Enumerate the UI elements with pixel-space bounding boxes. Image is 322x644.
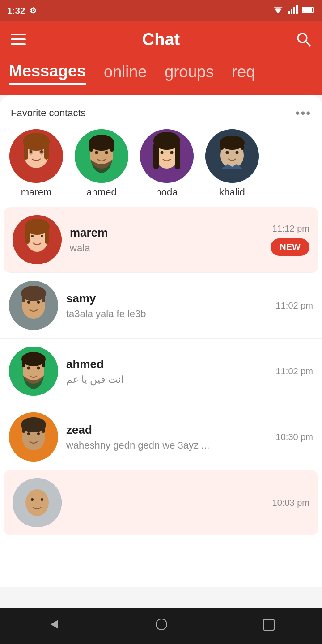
- nav-recents-button[interactable]: [249, 614, 288, 639]
- svg-rect-11: [11, 43, 26, 45]
- svg-rect-35: [153, 143, 159, 169]
- fav-more-button[interactable]: •••: [296, 106, 311, 120]
- msg-preview-samy: ta3ala yala fe le3b: [66, 308, 268, 320]
- nav-bar: [0, 608, 322, 644]
- main-content: Favorite contacts •••: [0, 95, 322, 587]
- tab-messages[interactable]: Messages: [9, 62, 86, 85]
- svg-rect-29: [110, 143, 114, 152]
- svg-point-74: [31, 498, 34, 501]
- msg-name-marem: marem: [70, 226, 263, 240]
- svg-rect-50: [45, 228, 49, 244]
- msg-avatar-zead: [9, 412, 58, 462]
- fav-contact-marem[interactable]: marem: [7, 129, 65, 198]
- msg-meta-unknown: 10:03 pm: [272, 498, 309, 508]
- battery-icon: [302, 6, 315, 16]
- message-item-samy[interactable]: samy ta3ala yala fe le3b 11:02 pm: [0, 273, 322, 339]
- svg-rect-78: [263, 619, 274, 630]
- app-bar: Chat: [0, 21, 322, 57]
- svg-rect-9: [11, 34, 26, 35]
- menu-button[interactable]: [7, 30, 30, 49]
- nav-home-button[interactable]: [141, 613, 182, 639]
- svg-point-53: [27, 301, 30, 304]
- msg-time-marem: 11:12 pm: [272, 224, 309, 234]
- msg-preview-ahmed: انت فين يا عم: [66, 374, 268, 386]
- tab-bar: Messages online groups req: [0, 57, 322, 95]
- message-item-unknown[interactable]: 10:03 pm: [4, 470, 318, 535]
- svg-rect-70: [22, 425, 25, 433]
- fav-contact-khalid[interactable]: khalid: [203, 129, 261, 198]
- svg-line-13: [306, 42, 310, 46]
- svg-rect-2: [288, 11, 290, 14]
- fav-name-khalid: khalid: [219, 186, 245, 198]
- tab-online[interactable]: online: [104, 63, 147, 84]
- msg-time-samy: 11:02 pm: [276, 301, 313, 311]
- msg-meta-zead: 10:30 pm: [276, 432, 313, 442]
- svg-rect-28: [89, 143, 93, 152]
- svg-point-40: [236, 151, 239, 154]
- status-bar: 1:32 ⚙: [0, 0, 322, 21]
- fav-avatar-hoda: [140, 129, 194, 183]
- msg-name-zead: zead: [66, 423, 268, 437]
- svg-point-60: [27, 367, 30, 370]
- svg-point-75: [41, 498, 43, 501]
- message-item-marem[interactable]: marem wala 11:12 pm NEW: [4, 207, 318, 273]
- fav-contact-ahmed[interactable]: ahmed: [72, 129, 131, 198]
- msg-badge-marem: NEW: [271, 238, 309, 256]
- time-display: 1:32: [7, 6, 25, 16]
- svg-rect-49: [25, 228, 30, 244]
- tab-requests[interactable]: req: [232, 63, 255, 84]
- msg-content-ahmed: ahmed انت فين يا عم: [66, 357, 268, 386]
- fav-name-hoda: hoda: [156, 186, 178, 198]
- msg-meta-ahmed: 11:02 pm: [276, 366, 313, 377]
- msg-preview-marem: wala: [70, 242, 263, 254]
- app-bar-icons: [292, 28, 315, 51]
- svg-rect-71: [42, 425, 45, 433]
- msg-avatar-unknown: [13, 478, 62, 527]
- msg-time-ahmed: 11:02 pm: [276, 366, 313, 377]
- svg-rect-42: [220, 143, 224, 150]
- svg-point-47: [41, 235, 43, 237]
- message-item-ahmed[interactable]: ahmed انت فين يا عم 11:02 pm: [0, 339, 322, 404]
- search-button[interactable]: [292, 28, 315, 51]
- svg-point-39: [226, 151, 229, 154]
- svg-point-67: [27, 432, 30, 435]
- svg-rect-10: [11, 38, 26, 40]
- fav-title: Favorite contacts: [11, 107, 86, 119]
- msg-time-zead: 10:30 pm: [276, 432, 313, 442]
- svg-rect-7: [313, 8, 314, 11]
- message-item-zead[interactable]: zead waheshny gedn gedn we 3ayz ... 10:3…: [0, 404, 322, 470]
- svg-rect-56: [22, 293, 25, 302]
- svg-point-73: [25, 489, 49, 516]
- fav-contact-hoda[interactable]: hoda: [138, 129, 196, 198]
- svg-rect-22: [44, 142, 49, 160]
- svg-point-46: [31, 235, 34, 237]
- message-list: marem wala 11:12 pm NEW: [0, 207, 322, 535]
- svg-point-32: [161, 151, 164, 154]
- nav-back-button[interactable]: [34, 613, 74, 639]
- msg-content-marem: marem wala: [70, 226, 263, 254]
- svg-rect-64: [42, 359, 45, 367]
- msg-time-unknown: 10:03 pm: [272, 498, 309, 508]
- fav-contacts-list: marem ahmed: [0, 126, 322, 207]
- svg-point-18: [30, 150, 32, 153]
- svg-point-12: [298, 34, 307, 42]
- tab-groups[interactable]: groups: [165, 63, 214, 84]
- svg-marker-1: [273, 7, 283, 11]
- svg-point-68: [37, 432, 40, 435]
- msg-content-unknown: [70, 501, 264, 504]
- svg-rect-57: [42, 293, 45, 302]
- settings-icon: ⚙: [30, 6, 37, 16]
- msg-content-samy: samy ta3ala yala fe le3b: [66, 292, 268, 320]
- svg-rect-5: [296, 5, 298, 14]
- wifi-icon: [272, 5, 284, 17]
- msg-name-ahmed: ahmed: [66, 357, 268, 371]
- svg-rect-3: [291, 9, 292, 14]
- msg-content-zead: zead waheshny gedn gedn we 3ayz ...: [66, 423, 268, 451]
- svg-point-77: [156, 619, 167, 630]
- fav-name-ahmed: ahmed: [86, 186, 116, 198]
- fav-avatar-ahmed: [75, 129, 128, 183]
- svg-point-26: [105, 151, 108, 154]
- svg-rect-63: [22, 359, 25, 367]
- status-bar-right: [272, 5, 315, 17]
- svg-rect-36: [175, 143, 180, 169]
